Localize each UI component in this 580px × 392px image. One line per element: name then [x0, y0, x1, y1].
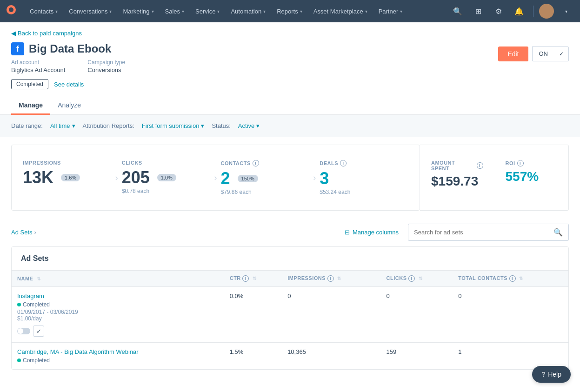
chevron-down-icon: ▾	[263, 9, 266, 14]
status-dot-completed	[17, 303, 21, 306]
chevron-down-icon: ▾	[72, 122, 75, 129]
contacts-cell: 1	[453, 343, 568, 370]
search-icon[interactable]: 🔍	[449, 3, 466, 20]
attribution-label: Attribution Reports:	[83, 122, 134, 129]
search-input[interactable]	[408, 225, 548, 239]
nav-marketing[interactable]: Marketing ▾	[117, 0, 159, 22]
account-chevron-icon[interactable]: ▾	[558, 3, 574, 20]
campaign-meta: Ad account Biglytics Ad Account Campaign…	[11, 59, 498, 73]
ad-sets-actions: ⊟ Manage columns 🔍	[341, 224, 569, 241]
table-row: Instagram Completed 01/09/2017 - 03/06/2…	[12, 287, 568, 343]
campaign-header-left: f Big Data Ebook Ad account Biglytics Ad…	[11, 42, 498, 89]
contacts-badge: 150%	[238, 175, 258, 182]
notifications-icon[interactable]: 🔔	[511, 3, 527, 20]
page: ◀ Back to paid campaigns f Big Data Eboo…	[0, 22, 580, 392]
edit-button[interactable]: Edit	[498, 47, 528, 61]
toggle-thumb	[18, 328, 23, 334]
nav-right: 🔍 ⊞ ⚙ 🔔 ▾	[449, 3, 574, 20]
manage-columns-button[interactable]: ⊟ Manage columns	[341, 227, 402, 238]
ad-name-link[interactable]: Instagram	[17, 292, 219, 299]
attribution-filter[interactable]: First form submission ▾	[142, 122, 205, 129]
top-nav: Contacts ▾ Conversations ▾ Marketing ▾ S…	[0, 0, 580, 22]
info-icon[interactable]: i	[242, 275, 249, 282]
nav-partner[interactable]: Partner ▾	[373, 0, 408, 22]
sort-icon[interactable]: ⇅	[519, 276, 523, 281]
tab-analyze[interactable]: Analyze	[50, 97, 88, 115]
impressions-badge: 1.6%	[61, 174, 80, 181]
ad-sets-header: Ad Sets › ⊟ Manage columns 🔍	[0, 218, 580, 246]
check-button[interactable]: ✓	[33, 326, 44, 337]
campaign-title-row: f Big Data Ebook	[11, 42, 498, 55]
clicks-cell: 0	[381, 287, 453, 343]
chevron-down-icon: ▾	[256, 122, 260, 129]
sort-icon[interactable]: ⇅	[253, 276, 257, 281]
ad-name-link[interactable]: Cambridge, MA - Big Data Algorithm Webin…	[17, 348, 219, 355]
date-range-filter[interactable]: All time ▾	[50, 122, 75, 129]
nav-service[interactable]: Service ▾	[190, 0, 225, 22]
on-dropdown-button[interactable]: ✓	[554, 47, 569, 61]
on-button[interactable]: ON	[532, 46, 555, 61]
search-button[interactable]: 🔍	[548, 224, 568, 240]
stat-roi: ROI i 557%	[506, 160, 558, 195]
ad-sets-breadcrumb[interactable]: Ad Sets ›	[11, 229, 36, 236]
stats-left: IMPRESSIONS 13K 1.6% › CLICKS 205 1.0% $…	[11, 145, 420, 211]
sort-icon[interactable]: ⇅	[419, 276, 423, 281]
ad-sets-search-box: 🔍	[408, 224, 569, 241]
sort-icon[interactable]: ⇅	[37, 276, 41, 281]
facebook-icon: f	[11, 42, 24, 55]
date-range-label: Date range:	[11, 122, 43, 129]
impressions-cell: 0	[282, 287, 380, 343]
info-icon[interactable]: i	[408, 275, 415, 282]
chevron-left-icon: ◀	[11, 30, 16, 37]
chevron-down-icon: ▾	[55, 9, 58, 14]
help-button[interactable]: ? Help	[532, 366, 571, 383]
nav-divider	[533, 6, 533, 17]
status-label: Status:	[212, 122, 230, 129]
avatar[interactable]	[539, 4, 554, 19]
back-to-campaigns-link[interactable]: ◀ Back to paid campaigns	[11, 30, 569, 37]
nav-sales[interactable]: Sales ▾	[160, 0, 190, 22]
clicks-cell: 159	[381, 343, 453, 370]
nav-reports[interactable]: Reports ▾	[271, 0, 308, 22]
nav-items: Contacts ▾ Conversations ▾ Marketing ▾ S…	[24, 0, 449, 22]
ad-sets-table: NAME ⇅ CTR i ⇅ IMPRESSIONS i ⇅ CLICKS	[12, 271, 568, 369]
col-name: NAME ⇅	[12, 271, 224, 287]
ctr-cell: 1.5%	[224, 343, 282, 370]
sort-icon[interactable]: ⇅	[337, 276, 341, 281]
ad-sets-table-wrapper: Ad Sets NAME ⇅ CTR i ⇅ IMPRESSIONS i	[11, 246, 569, 370]
tab-manage[interactable]: Manage	[11, 97, 50, 115]
chevron-down-icon: ▾	[152, 9, 154, 14]
nav-conversations[interactable]: Conversations ▾	[63, 0, 117, 22]
info-icon[interactable]: i	[253, 160, 259, 166]
see-details-link[interactable]: See details	[54, 81, 84, 88]
ad-name-cell: Cambridge, MA - Big Data Algorithm Webin…	[12, 343, 224, 370]
col-total-contacts: TOTAL CONTACTS i ⇅	[453, 271, 568, 287]
status-filter[interactable]: Active ▾	[238, 122, 260, 129]
ad-status: Completed	[17, 301, 219, 308]
nav-contacts[interactable]: Contacts ▾	[24, 0, 63, 22]
grid-icon[interactable]: ⊞	[470, 3, 487, 20]
info-icon[interactable]: i	[340, 160, 347, 166]
stat-impressions: IMPRESSIONS 13K 1.6%	[23, 160, 112, 186]
hubspot-logo[interactable]	[6, 4, 17, 18]
info-icon[interactable]: i	[477, 162, 483, 169]
nav-asset-marketplace[interactable]: Asset Marketplace ▾	[308, 0, 373, 22]
toggle-switch[interactable]	[17, 328, 30, 334]
info-icon[interactable]: i	[327, 275, 334, 282]
campaign-header-right: Edit ON ✓	[498, 46, 569, 61]
status-dot-completed	[17, 359, 21, 362]
contacts-cell: 0	[453, 287, 568, 343]
info-icon[interactable]: i	[517, 160, 524, 166]
chevron-down-icon: ▾	[365, 9, 367, 14]
info-icon[interactable]: i	[509, 275, 516, 282]
stat-deals: DEALS i 3 $53.24 each	[320, 160, 408, 195]
status-badge: Completed	[11, 79, 48, 89]
stat-contacts: CONTACTS i 2 150% $79.86 each	[221, 160, 310, 195]
stat-clicks: CLICKS 205 1.0% $0.78 each	[122, 160, 211, 194]
settings-icon[interactable]: ⚙	[490, 3, 507, 20]
campaign-title: Big Data Ebook	[29, 42, 111, 55]
nav-automation[interactable]: Automation ▾	[225, 0, 271, 22]
ctr-cell: 0.0%	[224, 287, 282, 343]
campaign-type-meta: Campaign type Conversions	[87, 59, 125, 73]
chevron-down-icon: ▾	[109, 9, 112, 14]
